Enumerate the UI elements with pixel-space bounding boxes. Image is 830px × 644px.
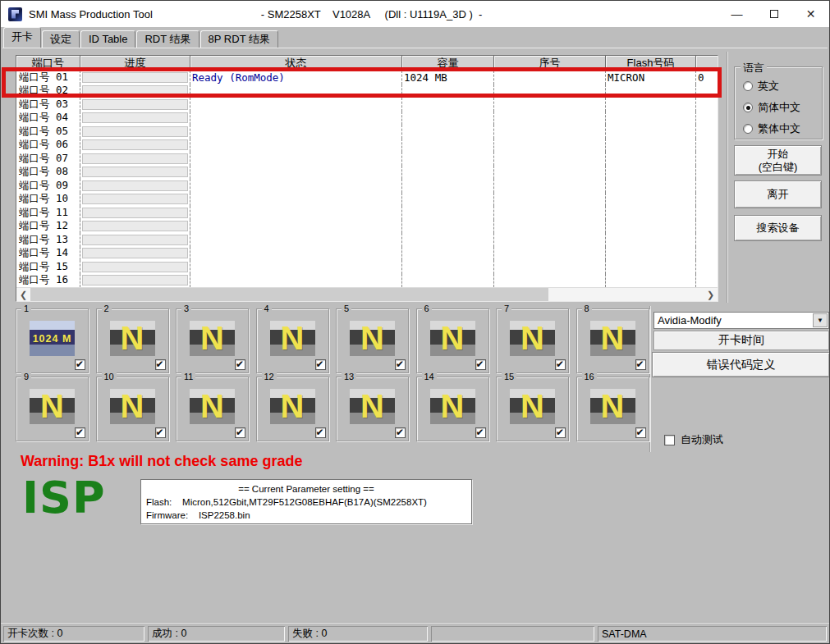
device-checkbox[interactable]: [395, 359, 406, 370]
profile-dropdown[interactable]: Avidia-Modify ▼: [653, 312, 829, 329]
close-button[interactable]: ✕: [792, 1, 829, 27]
app-icon: [8, 7, 22, 21]
cell-capacity: 1024 MB: [402, 71, 494, 84]
app-window: SMI Mass Production Tool - SM2258XT V102…: [0, 0, 830, 644]
cell-port: 端口号 14: [16, 247, 80, 261]
horizontal-scrollbar[interactable]: ❮ ❯: [16, 287, 718, 301]
table-row[interactable]: 端口号 04: [16, 112, 718, 126]
window-controls: — ✕: [718, 1, 829, 27]
language-option[interactable]: 繁体中文: [743, 121, 822, 136]
device-checkbox[interactable]: [155, 359, 166, 370]
cell-port: 端口号 03: [16, 98, 80, 112]
scroll-left-icon[interactable]: ❮: [16, 288, 30, 301]
device-checkbox[interactable]: [235, 427, 245, 438]
device-slot-number: 11: [181, 372, 195, 381]
radio-icon[interactable]: [743, 124, 753, 134]
table-row[interactable]: 端口号 08: [16, 166, 718, 180]
device-slot: 10 N: [96, 377, 169, 441]
progress-bar: [82, 221, 188, 231]
tab[interactable]: RDT 结果: [136, 30, 199, 48]
cell-extra: [696, 220, 718, 234]
error-codes-button[interactable]: 错误代码定义: [652, 352, 830, 377]
device-checkbox[interactable]: [555, 427, 566, 438]
cell-capacity: [402, 233, 494, 247]
device-checkbox[interactable]: [475, 427, 486, 438]
table-row[interactable]: 端口号 16: [16, 274, 718, 288]
cell-progress: [80, 206, 190, 220]
start-button[interactable]: 开始 (空白键): [734, 145, 822, 176]
table-row[interactable]: 端口号 05: [16, 125, 718, 139]
flash-drive-icon: N: [190, 321, 235, 356]
minimize-button[interactable]: —: [718, 1, 755, 27]
cell-serial: [494, 139, 606, 153]
table-row[interactable]: 端口号 03: [16, 98, 718, 112]
language-option[interactable]: 简体中文: [743, 100, 822, 115]
cell-status: [190, 166, 402, 180]
device-checkbox[interactable]: [155, 427, 166, 438]
flash-drive-icon: N: [190, 389, 235, 424]
device-checkbox[interactable]: [635, 427, 646, 438]
auto-test-checkbox[interactable]: [664, 435, 675, 445]
table-row[interactable]: 端口号 06: [16, 139, 718, 153]
card-time-button[interactable]: 开卡时间: [653, 331, 829, 350]
tab[interactable]: 设定: [42, 30, 80, 48]
table-row[interactable]: 端口号 01 Ready (RomMode) 1024 MB MICRON 0: [16, 71, 718, 84]
tab[interactable]: 8P RDT 结果: [200, 30, 278, 48]
cell-progress: [80, 166, 190, 180]
tab[interactable]: 开卡: [3, 27, 41, 48]
table-row[interactable]: 端口号 11: [16, 206, 718, 220]
cell-progress: [80, 260, 190, 274]
scan-devices-button-label: 搜索设备: [757, 222, 800, 235]
flash-drive-icon: N: [430, 389, 475, 424]
table-row[interactable]: 端口号 02: [16, 84, 718, 98]
device-checkbox[interactable]: [75, 427, 85, 438]
scan-devices-button[interactable]: 搜索设备: [734, 215, 822, 241]
status-panel: 成功 : 0: [148, 626, 285, 642]
progress-bar: [82, 235, 188, 245]
table-row[interactable]: 端口号 15: [16, 260, 718, 274]
flash-drive-icon-label: N: [590, 389, 635, 424]
tab[interactable]: ID Table: [80, 30, 135, 48]
radio-icon[interactable]: [743, 81, 753, 91]
device-checkbox[interactable]: [315, 359, 326, 370]
device-checkbox[interactable]: [475, 359, 486, 370]
flash-drive-icon-label: N: [190, 389, 235, 424]
device-checkbox[interactable]: [315, 427, 326, 438]
device-checkbox[interactable]: [555, 359, 566, 370]
scrollbar-track[interactable]: [30, 288, 704, 301]
progress-bar: [82, 167, 188, 177]
cell-status: Ready (RomMode): [190, 71, 402, 84]
table-row[interactable]: 端口号 10: [16, 193, 718, 207]
exit-button[interactable]: 离开: [734, 180, 822, 208]
cell-flash: [606, 206, 696, 220]
device-checkbox[interactable]: [75, 359, 85, 370]
warning-text: Warning: B1x will not check same grade: [21, 453, 302, 470]
chevron-down-icon[interactable]: ▼: [813, 313, 828, 327]
table-row[interactable]: 端口号 07: [16, 152, 718, 166]
table-row[interactable]: 端口号 12: [16, 220, 718, 234]
table-row[interactable]: 端口号 13: [16, 233, 718, 247]
device-checkbox[interactable]: [235, 359, 245, 370]
scrollbar-thumb[interactable]: [30, 288, 548, 301]
progress-bar: [82, 72, 188, 83]
profile-dropdown-value: Avidia-Modify: [654, 314, 813, 327]
table-row[interactable]: 端口号 14: [16, 247, 718, 261]
scroll-right-icon[interactable]: ❯: [704, 288, 718, 301]
maximize-button[interactable]: [755, 1, 792, 27]
device-checkbox[interactable]: [395, 427, 406, 438]
status-panel: SAT-DMA: [598, 626, 827, 642]
window-title: SMI Mass Production Tool: [29, 8, 153, 21]
status-panel: 开卡次数 : 0: [3, 626, 144, 642]
cell-extra: [696, 233, 718, 247]
flash-drive-icon: 1024 M: [30, 321, 75, 356]
cell-serial: [494, 247, 606, 261]
table-row[interactable]: 端口号 09: [16, 179, 718, 193]
cell-capacity: [402, 125, 494, 139]
cell-flash: [606, 84, 696, 98]
device-grid: 1 1024 M 2 N: [16, 308, 649, 441]
cell-progress: [80, 125, 190, 139]
radio-icon[interactable]: [743, 103, 753, 112]
device-checkbox[interactable]: [635, 359, 646, 370]
title-bar: SMI Mass Production Tool - SM2258XT V102…: [1, 1, 829, 27]
language-option[interactable]: 英文: [743, 79, 822, 94]
